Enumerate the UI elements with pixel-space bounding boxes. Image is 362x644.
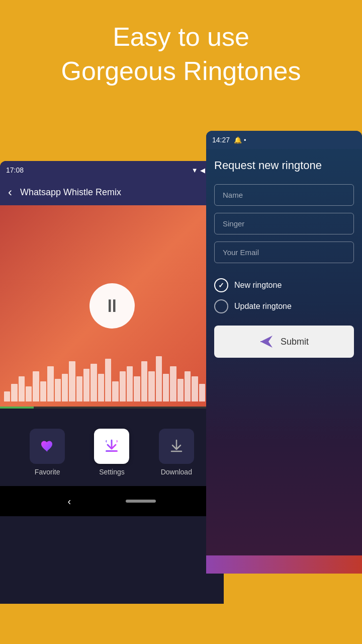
send-icon (259, 335, 274, 349)
waveform-bar (11, 384, 17, 401)
download-action[interactable]: Download (159, 429, 194, 476)
waveform (0, 356, 224, 407)
radio-update-unchecked[interactable] (214, 299, 228, 313)
pause-button[interactable] (89, 283, 135, 329)
right-status-icons: 🔔 • (234, 136, 246, 144)
waveform-bar (55, 379, 61, 401)
waveform-bar (170, 366, 176, 401)
favorite-label: Favorite (35, 468, 60, 476)
back-arrow-icon[interactable]: ‹ (8, 185, 12, 199)
favorite-icon-box[interactable] (30, 429, 65, 464)
waveform-bar (33, 371, 39, 401)
waveform-bar (83, 369, 89, 401)
waveform-bar (192, 376, 198, 401)
waveform-bar (90, 364, 97, 401)
waveform-bar (185, 371, 191, 401)
waveform-bar (156, 356, 162, 401)
waveform-bar (199, 384, 205, 401)
waveform-bar (47, 366, 53, 401)
progress-bar-fill (0, 407, 34, 409)
right-phone-content: Request new ringtone New ringtone Update… (206, 149, 362, 368)
radio-new-label: New ringtone (234, 281, 282, 290)
album-art[interactable] (0, 205, 224, 407)
waveform-bar (40, 381, 46, 401)
waveform-bar (120, 371, 126, 401)
settings-icon (103, 437, 121, 455)
waveform-bar (163, 374, 169, 401)
progress-bar-container[interactable] (0, 407, 224, 409)
waveform-bar (141, 361, 147, 401)
waveform-bar (62, 374, 68, 401)
favorite-action[interactable]: Favorite (30, 429, 65, 476)
waveform-bar (127, 366, 133, 401)
nav-home-indicator[interactable] (126, 500, 156, 503)
radio-group: New ringtone Update ringtone (214, 278, 354, 313)
radio-new-checked[interactable] (214, 278, 228, 292)
right-time: 14:27 (212, 136, 230, 144)
submit-button[interactable]: Submit (214, 326, 354, 358)
right-status-bar: 14:27 🔔 • (206, 131, 362, 149)
settings-action[interactable]: Settings (94, 429, 129, 476)
waveform-bar (19, 376, 25, 401)
right-phone-bottom-stripe (206, 555, 362, 574)
waveform-bar (105, 359, 111, 401)
download-icon-box[interactable] (159, 429, 194, 464)
heart-icon (39, 438, 55, 454)
radio-update-ringtone[interactable]: Update ringtone (214, 299, 354, 313)
header-title: Easy to use Gorgeous Ringtones (10, 20, 352, 88)
waveform-bar (177, 379, 184, 401)
waveform-bar (98, 374, 104, 401)
download-icon (168, 438, 185, 454)
singer-input[interactable] (214, 213, 354, 234)
actions-bar: Favorite (0, 419, 224, 486)
song-title: Whatsapp Whistle Remix (20, 187, 121, 198)
nav-back-icon[interactable]: ‹ (68, 496, 71, 507)
phones-container: 17:08 ▼ ◀ ▲ • ‹ Whatsapp Whistle Remix (0, 131, 362, 614)
left-nav-bar: ‹ (0, 486, 224, 516)
name-input[interactable] (214, 184, 354, 206)
waveform-bar (4, 391, 10, 401)
radio-new-ringtone[interactable]: New ringtone (214, 278, 354, 292)
waveform-bar (134, 376, 140, 401)
phone-left: 17:08 ▼ ◀ ▲ • ‹ Whatsapp Whistle Remix (0, 161, 224, 634)
waveform-bar (26, 386, 32, 401)
settings-label: Settings (99, 468, 125, 476)
header-section: Easy to use Gorgeous Ringtones (0, 0, 362, 103)
svg-rect-0 (106, 450, 118, 452)
email-input[interactable] (214, 242, 354, 263)
waveform-bar (148, 371, 154, 401)
submit-label: Submit (281, 337, 309, 347)
phone-right: 14:27 🔔 • Request new ringtone New ringt… (206, 131, 362, 574)
waveform-bar (76, 376, 82, 401)
left-status-bar: 17:08 ▼ ◀ ▲ • (0, 161, 224, 179)
left-time: 17:08 (6, 166, 24, 174)
waveform-bar (112, 381, 118, 401)
bottom-yellow-area (0, 604, 362, 644)
radio-update-label: Update ringtone (234, 302, 292, 311)
waveform-bar (69, 361, 75, 401)
left-title-bar: ‹ Whatsapp Whistle Remix (0, 179, 224, 205)
download-label: Download (161, 468, 192, 476)
page-title: Request new ringtone (214, 159, 354, 172)
settings-icon-box[interactable] (94, 429, 129, 464)
